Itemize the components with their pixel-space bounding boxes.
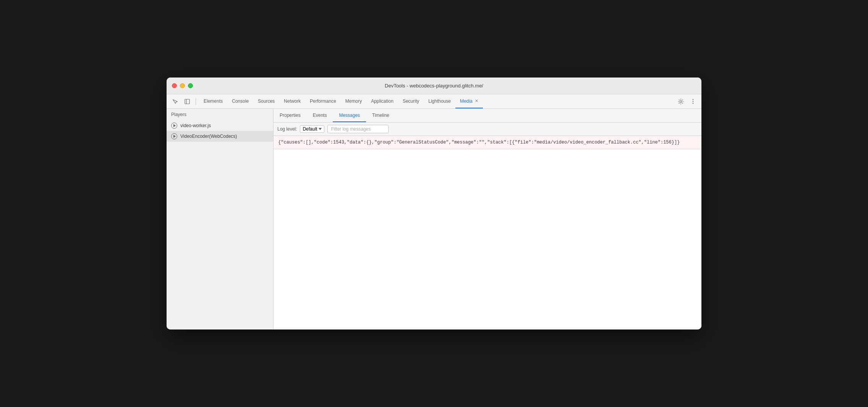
settings-icon[interactable] — [675, 96, 686, 107]
message-text: {"causes":[],"code":1543,"data":{},"grou… — [278, 140, 680, 145]
filter-bar: Log level: Default — [274, 123, 701, 136]
right-panel: Properties Events Messages Timeline Log … — [274, 109, 701, 329]
player-label: video-worker.js — [180, 123, 211, 128]
dock-icon[interactable] — [182, 96, 193, 107]
tab-elements[interactable]: Elements — [199, 94, 227, 108]
nav-tabs: Elements Console Sources Network Perform… — [199, 94, 674, 108]
sidebar-header: Players — [167, 109, 273, 120]
cursor-icon[interactable] — [170, 96, 180, 107]
maximize-button[interactable] — [188, 83, 193, 88]
main-content: Players video-worker.js VideoEncoder(Web… — [167, 109, 701, 329]
tab-performance[interactable]: Performance — [305, 94, 341, 108]
svg-point-4 — [693, 101, 693, 102]
svg-point-5 — [693, 103, 693, 103]
message-row: {"causes":[],"code":1543,"data":{},"grou… — [274, 136, 701, 149]
more-icon[interactable] — [688, 96, 698, 107]
close-button[interactable] — [172, 83, 177, 88]
log-level-value: Default — [303, 126, 317, 132]
tab-network[interactable]: Network — [279, 94, 305, 108]
svg-point-2 — [680, 100, 682, 102]
subtab-timeline[interactable]: Timeline — [366, 109, 395, 122]
tab-media[interactable]: Media ✕ — [455, 94, 483, 108]
subtab-properties[interactable]: Properties — [274, 109, 307, 122]
filter-input[interactable] — [327, 125, 389, 133]
tab-close-icon[interactable]: ✕ — [475, 99, 478, 103]
log-level-label: Log level: — [277, 126, 297, 132]
svg-rect-0 — [185, 99, 189, 104]
title-bar: DevTools - webcodecs-playground.glitch.m… — [167, 78, 701, 94]
sidebar: Players video-worker.js VideoEncoder(Web… — [167, 109, 274, 329]
tab-lighthouse[interactable]: Lighthouse — [424, 94, 455, 108]
tab-sources[interactable]: Sources — [253, 94, 279, 108]
toolbar: Elements Console Sources Network Perform… — [167, 94, 701, 109]
tab-console[interactable]: Console — [227, 94, 253, 108]
subtab-messages[interactable]: Messages — [333, 109, 366, 122]
window-title: DevTools - webcodecs-playground.glitch.m… — [385, 83, 483, 89]
tab-memory[interactable]: Memory — [341, 94, 366, 108]
sub-tabs: Properties Events Messages Timeline — [274, 109, 701, 123]
player-item-video-worker[interactable]: video-worker.js — [167, 120, 273, 131]
devtools-window: DevTools - webcodecs-playground.glitch.m… — [167, 78, 701, 329]
messages-area: {"causes":[],"code":1543,"data":{},"grou… — [274, 136, 701, 329]
play-icon-selected — [171, 133, 177, 139]
minimize-button[interactable] — [180, 83, 185, 88]
tab-application[interactable]: Application — [366, 94, 398, 108]
subtab-events[interactable]: Events — [307, 109, 333, 122]
tab-security[interactable]: Security — [398, 94, 424, 108]
play-icon — [171, 123, 177, 129]
player-label-selected: VideoEncoder(WebCodecs) — [180, 134, 237, 139]
log-level-select[interactable]: Default — [300, 125, 324, 133]
traffic-lights — [172, 83, 193, 88]
dropdown-chevron-icon — [319, 128, 322, 130]
toolbar-divider — [196, 98, 196, 105]
svg-point-3 — [693, 99, 693, 100]
toolbar-actions — [675, 96, 698, 107]
player-item-video-encoder[interactable]: VideoEncoder(WebCodecs) — [167, 131, 273, 142]
